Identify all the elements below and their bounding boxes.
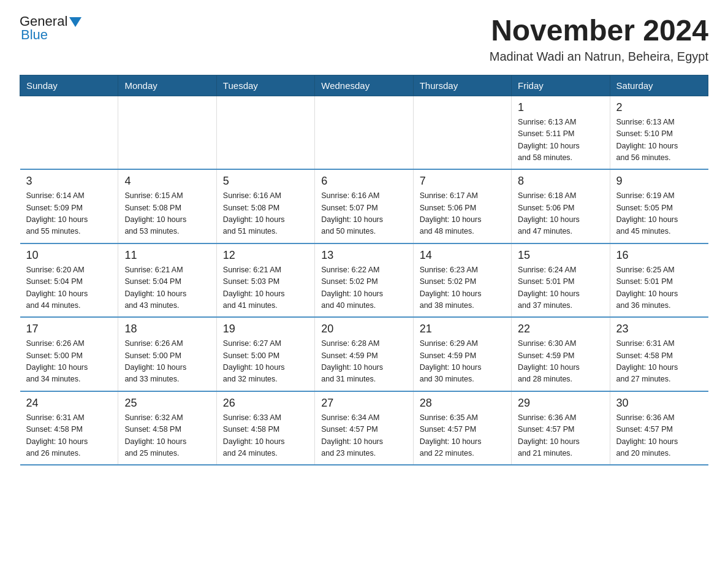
calendar-cell: 25Sunrise: 6:32 AM Sunset: 4:58 PM Dayli…: [118, 391, 216, 465]
day-number: 7: [420, 175, 505, 188]
calendar-cell: 17Sunrise: 6:26 AM Sunset: 5:00 PM Dayli…: [20, 317, 118, 391]
day-info: Sunrise: 6:29 AM Sunset: 4:59 PM Dayligh…: [420, 338, 505, 386]
day-info: Sunrise: 6:18 AM Sunset: 5:06 PM Dayligh…: [518, 190, 603, 238]
day-number: 8: [518, 175, 603, 188]
calendar-cell: 27Sunrise: 6:34 AM Sunset: 4:57 PM Dayli…: [315, 391, 413, 465]
day-number: 6: [321, 175, 406, 188]
day-number: 15: [518, 249, 603, 262]
page-subtitle: Madinat Wadi an Natrun, Beheira, Egypt: [490, 50, 708, 64]
day-number: 14: [420, 249, 505, 262]
calendar-cell: 16Sunrise: 6:25 AM Sunset: 5:01 PM Dayli…: [610, 243, 708, 318]
day-number: 2: [616, 101, 702, 114]
day-number: 21: [420, 323, 505, 335]
day-number: 12: [223, 249, 308, 262]
day-info: Sunrise: 6:13 AM Sunset: 5:11 PM Dayligh…: [518, 117, 603, 164]
calendar-cell: 21Sunrise: 6:29 AM Sunset: 4:59 PM Dayli…: [413, 317, 511, 391]
calendar-cell: 19Sunrise: 6:27 AM Sunset: 5:00 PM Dayli…: [216, 317, 314, 391]
day-info: Sunrise: 6:17 AM Sunset: 5:06 PM Dayligh…: [420, 190, 505, 238]
day-info: Sunrise: 6:33 AM Sunset: 4:58 PM Dayligh…: [223, 412, 308, 460]
logo-general-text: General: [20, 15, 67, 28]
calendar-cell: 9Sunrise: 6:19 AM Sunset: 5:05 PM Daylig…: [610, 169, 708, 243]
logo-blue-text: Blue: [21, 27, 48, 43]
calendar-cell: 28Sunrise: 6:35 AM Sunset: 4:57 PM Dayli…: [413, 391, 511, 465]
day-number: 27: [321, 397, 406, 410]
day-info: Sunrise: 6:36 AM Sunset: 4:57 PM Dayligh…: [518, 412, 603, 460]
day-info: Sunrise: 6:15 AM Sunset: 5:08 PM Dayligh…: [124, 190, 210, 238]
day-number: 24: [26, 397, 112, 410]
title-block: November 2024 Madinat Wadi an Natrun, Be…: [490, 15, 708, 64]
day-number: 22: [518, 323, 603, 335]
day-info: Sunrise: 6:31 AM Sunset: 4:58 PM Dayligh…: [26, 412, 112, 460]
calendar-cell: [216, 96, 314, 169]
day-number: 5: [223, 175, 308, 188]
day-number: 4: [124, 175, 210, 188]
day-info: Sunrise: 6:25 AM Sunset: 5:01 PM Dayligh…: [616, 264, 702, 312]
calendar-week-row: 3Sunrise: 6:14 AM Sunset: 5:09 PM Daylig…: [20, 169, 708, 243]
calendar-cell: 4Sunrise: 6:15 AM Sunset: 5:08 PM Daylig…: [118, 169, 216, 243]
calendar-cell: 14Sunrise: 6:23 AM Sunset: 5:02 PM Dayli…: [413, 243, 511, 318]
calendar-cell: 29Sunrise: 6:36 AM Sunset: 4:57 PM Dayli…: [512, 391, 610, 465]
calendar-week-row: 10Sunrise: 6:20 AM Sunset: 5:04 PM Dayli…: [20, 243, 708, 318]
day-info: Sunrise: 6:21 AM Sunset: 5:03 PM Dayligh…: [223, 264, 308, 312]
calendar-cell: 10Sunrise: 6:20 AM Sunset: 5:04 PM Dayli…: [20, 243, 118, 318]
day-info: Sunrise: 6:34 AM Sunset: 4:57 PM Dayligh…: [321, 412, 406, 460]
day-number: 28: [420, 397, 505, 410]
day-number: 10: [26, 249, 112, 262]
day-info: Sunrise: 6:26 AM Sunset: 5:00 PM Dayligh…: [124, 338, 210, 386]
calendar-cell: 2Sunrise: 6:13 AM Sunset: 5:10 PM Daylig…: [610, 96, 708, 169]
calendar-cell: 22Sunrise: 6:30 AM Sunset: 4:59 PM Dayli…: [512, 317, 610, 391]
day-info: Sunrise: 6:21 AM Sunset: 5:04 PM Dayligh…: [124, 264, 210, 312]
day-info: Sunrise: 6:13 AM Sunset: 5:10 PM Dayligh…: [616, 117, 702, 164]
calendar-week-row: 17Sunrise: 6:26 AM Sunset: 5:00 PM Dayli…: [20, 317, 708, 391]
day-number: 17: [26, 323, 112, 335]
header-day-tuesday: Tuesday: [216, 75, 314, 96]
day-number: 20: [321, 323, 406, 335]
calendar-week-row: 1Sunrise: 6:13 AM Sunset: 5:11 PM Daylig…: [20, 96, 708, 169]
calendar-cell: 23Sunrise: 6:31 AM Sunset: 4:58 PM Dayli…: [610, 317, 708, 391]
header-day-friday: Friday: [512, 75, 610, 96]
calendar-cell: 3Sunrise: 6:14 AM Sunset: 5:09 PM Daylig…: [20, 169, 118, 243]
calendar-cell: 5Sunrise: 6:16 AM Sunset: 5:08 PM Daylig…: [216, 169, 314, 243]
day-number: 13: [321, 249, 406, 262]
calendar-header-row: SundayMondayTuesdayWednesdayThursdayFrid…: [20, 75, 708, 96]
calendar-cell: 6Sunrise: 6:16 AM Sunset: 5:07 PM Daylig…: [315, 169, 413, 243]
day-info: Sunrise: 6:30 AM Sunset: 4:59 PM Dayligh…: [518, 338, 603, 386]
day-number: 30: [616, 397, 702, 410]
header: General Blue November 2024 Madinat Wadi …: [20, 15, 708, 64]
calendar-table: SundayMondayTuesdayWednesdayThursdayFrid…: [20, 75, 708, 466]
calendar-cell: 13Sunrise: 6:22 AM Sunset: 5:02 PM Dayli…: [315, 243, 413, 318]
day-number: 3: [26, 175, 112, 188]
calendar-cell: 7Sunrise: 6:17 AM Sunset: 5:06 PM Daylig…: [413, 169, 511, 243]
calendar-cell: [118, 96, 216, 169]
header-day-monday: Monday: [118, 75, 216, 96]
day-info: Sunrise: 6:22 AM Sunset: 5:02 PM Dayligh…: [321, 264, 406, 312]
calendar-cell: [413, 96, 511, 169]
calendar-cell: 30Sunrise: 6:36 AM Sunset: 4:57 PM Dayli…: [610, 391, 708, 465]
day-info: Sunrise: 6:35 AM Sunset: 4:57 PM Dayligh…: [420, 412, 505, 460]
calendar-cell: 8Sunrise: 6:18 AM Sunset: 5:06 PM Daylig…: [512, 169, 610, 243]
calendar-cell: [315, 96, 413, 169]
day-number: 11: [124, 249, 210, 262]
day-number: 1: [518, 101, 603, 114]
day-info: Sunrise: 6:19 AM Sunset: 5:05 PM Dayligh…: [616, 190, 702, 238]
day-info: Sunrise: 6:26 AM Sunset: 5:00 PM Dayligh…: [26, 338, 112, 386]
day-number: 26: [223, 397, 308, 410]
day-number: 9: [616, 175, 702, 188]
calendar-cell: 18Sunrise: 6:26 AM Sunset: 5:00 PM Dayli…: [118, 317, 216, 391]
day-info: Sunrise: 6:36 AM Sunset: 4:57 PM Dayligh…: [616, 412, 702, 460]
day-info: Sunrise: 6:27 AM Sunset: 5:00 PM Dayligh…: [223, 338, 308, 386]
calendar-cell: 20Sunrise: 6:28 AM Sunset: 4:59 PM Dayli…: [315, 317, 413, 391]
day-info: Sunrise: 6:28 AM Sunset: 4:59 PM Dayligh…: [321, 338, 406, 386]
logo-triangle-icon: [69, 17, 82, 27]
calendar-cell: 24Sunrise: 6:31 AM Sunset: 4:58 PM Dayli…: [20, 391, 118, 465]
header-day-wednesday: Wednesday: [315, 75, 413, 96]
calendar-cell: [20, 96, 118, 169]
header-day-saturday: Saturday: [610, 75, 708, 96]
header-day-sunday: Sunday: [20, 75, 118, 96]
calendar-cell: 12Sunrise: 6:21 AM Sunset: 5:03 PM Dayli…: [216, 243, 314, 318]
calendar-week-row: 24Sunrise: 6:31 AM Sunset: 4:58 PM Dayli…: [20, 391, 708, 465]
day-number: 16: [616, 249, 702, 262]
calendar-cell: 1Sunrise: 6:13 AM Sunset: 5:11 PM Daylig…: [512, 96, 610, 169]
day-info: Sunrise: 6:23 AM Sunset: 5:02 PM Dayligh…: [420, 264, 505, 312]
day-number: 29: [518, 397, 603, 410]
